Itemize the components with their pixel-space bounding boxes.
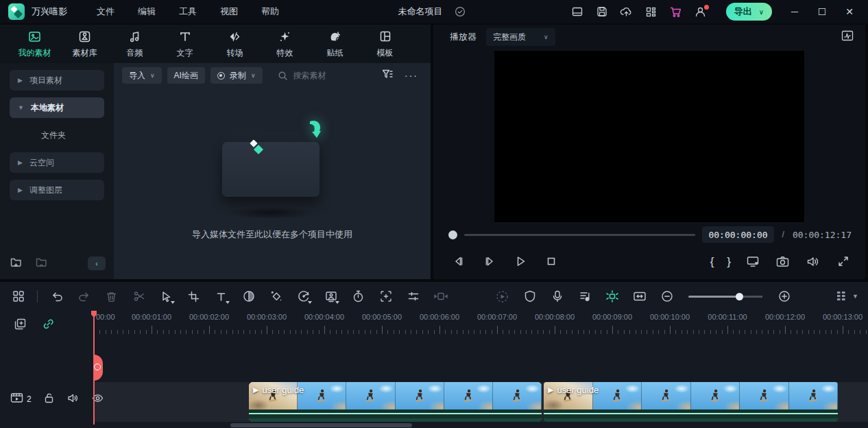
- cart-icon[interactable]: [666, 3, 686, 21]
- video-track-lane[interactable]: ▶user guide▶user guide: [93, 382, 868, 422]
- clip-thumbnail: [346, 382, 395, 409]
- record-button[interactable]: 录制 ∨: [210, 67, 263, 84]
- search-input[interactable]: [293, 71, 376, 80]
- sidebar-item-project-media[interactable]: ▶ 项目素材: [10, 70, 104, 91]
- sidebar-item-cloud-space[interactable]: ▶ 云空间: [10, 152, 104, 173]
- ai-paint-label: AI绘画: [174, 70, 198, 82]
- color-grading-button[interactable]: [240, 288, 257, 305]
- tab-stickers[interactable]: 贴纸: [310, 25, 360, 63]
- keyframe-button[interactable]: [267, 288, 285, 305]
- remove-folder-icon[interactable]: [35, 256, 48, 271]
- menu-view[interactable]: 视图: [208, 0, 250, 23]
- tab-my-media[interactable]: 我的素材: [10, 25, 60, 63]
- audio-mixer-button[interactable]: [576, 288, 593, 305]
- seek-handle[interactable]: [448, 230, 457, 239]
- close-button[interactable]: ✕: [838, 1, 861, 22]
- volume-button[interactable]: [804, 253, 821, 270]
- tab-stock-media[interactable]: 素材库: [60, 25, 110, 63]
- sidebar-item-local-media[interactable]: ▼ 本地素材: [10, 97, 104, 118]
- add-track-icon[interactable]: [14, 318, 27, 333]
- tab-templates[interactable]: 模板: [360, 25, 410, 63]
- horizontal-scrollbar[interactable]: [230, 423, 412, 427]
- workspace-grid-icon[interactable]: [641, 3, 662, 21]
- speed-button[interactable]: [295, 288, 312, 305]
- snapshot-button[interactable]: [774, 253, 791, 270]
- import-button[interactable]: 导入 ∨: [122, 67, 162, 84]
- next-frame-button[interactable]: [481, 253, 498, 270]
- account-icon[interactable]: [690, 3, 711, 21]
- app-logo-icon[interactable]: [8, 3, 25, 20]
- previous-frame-button[interactable]: [450, 253, 467, 270]
- zoom-slider-thumb[interactable]: [736, 293, 743, 300]
- delete-button[interactable]: [103, 288, 120, 305]
- seek-bar[interactable]: [464, 234, 695, 236]
- timeline-zoom-slider[interactable]: [688, 296, 762, 298]
- zoom-in-button[interactable]: [775, 288, 793, 305]
- portrait-cutout-button[interactable]: [322, 288, 339, 305]
- tab-audio[interactable]: 音频: [110, 25, 160, 63]
- render-preview-button[interactable]: [494, 288, 511, 305]
- crop-button[interactable]: [185, 288, 202, 305]
- export-button[interactable]: 导出 ∨: [726, 3, 772, 21]
- filter-icon[interactable]: [381, 69, 394, 82]
- trim-preview-button[interactable]: [432, 288, 449, 305]
- maximize-button[interactable]: ☐: [810, 1, 834, 22]
- auto-ripple-snap-button[interactable]: [603, 288, 620, 305]
- tab-effects[interactable]: 特效: [260, 25, 310, 63]
- export-chevron-icon[interactable]: ∨: [759, 8, 764, 16]
- stop-button[interactable]: [542, 253, 559, 270]
- import-empty-state[interactable]: 导入媒体文件至此以便在多个项目中使用: [114, 88, 431, 279]
- media-manager-icon[interactable]: [10, 288, 27, 305]
- tab-label: 音频: [127, 47, 143, 59]
- timeline-section: ▼ 00:0000:00:01:0000:00:02:0000:00:03:00…: [0, 282, 868, 428]
- select-tool-button[interactable]: [158, 288, 175, 305]
- adjust-properties-button[interactable]: [405, 288, 422, 305]
- play-button[interactable]: [511, 253, 529, 270]
- track-height-control[interactable]: ▼: [836, 290, 858, 302]
- upload-cloud-icon[interactable]: [616, 3, 637, 21]
- tab-transitions[interactable]: 转场: [210, 25, 260, 63]
- mark-out-button[interactable]: }: [727, 256, 731, 268]
- zoom-to-fit-button[interactable]: [631, 288, 648, 305]
- auto-link-icon[interactable]: [42, 318, 55, 333]
- menu-edit[interactable]: 编辑: [126, 0, 167, 23]
- collapse-sidebar-button[interactable]: ‹: [88, 257, 106, 270]
- add-folder-icon[interactable]: [10, 256, 23, 271]
- mute-track-icon[interactable]: [67, 392, 80, 407]
- panel-layout-icon[interactable]: [567, 3, 588, 21]
- clip-thumbnail: [396, 382, 444, 409]
- clip-thumbnail: [493, 382, 542, 409]
- lock-track-icon[interactable]: [43, 392, 55, 407]
- split-scissors-button[interactable]: [130, 288, 147, 305]
- scopes-icon[interactable]: [841, 29, 854, 45]
- voiceover-button[interactable]: [548, 288, 566, 305]
- menu-tools[interactable]: 工具: [167, 0, 208, 23]
- quality-select[interactable]: 完整画质 ∨: [486, 28, 555, 46]
- more-options-icon[interactable]: ···: [405, 70, 418, 81]
- timeline-ruler[interactable]: 00:0000:00:01:0000:00:02:0000:00:03:0000…: [93, 311, 868, 335]
- search-box[interactable]: [278, 71, 376, 81]
- sidebar-item-folder[interactable]: 文件夹: [10, 125, 104, 145]
- zoom-out-button[interactable]: [658, 288, 675, 305]
- fullscreen-button[interactable]: [834, 253, 852, 270]
- mark-in-button[interactable]: {: [710, 256, 714, 268]
- minimize-button[interactable]: ─: [783, 1, 806, 22]
- video-preview[interactable]: [494, 51, 804, 222]
- motion-tracking-button[interactable]: [377, 288, 394, 305]
- copyright-shield-button[interactable]: [521, 288, 538, 305]
- templates-icon: [378, 29, 392, 44]
- timeline-clip[interactable]: ▶user guide: [249, 382, 542, 422]
- save-icon[interactable]: [592, 3, 612, 21]
- menu-help[interactable]: 帮助: [250, 0, 291, 23]
- redo-button[interactable]: [75, 288, 93, 305]
- display-device-button[interactable]: [744, 253, 761, 270]
- stopwatch-button[interactable]: [350, 288, 367, 305]
- text-tool-button[interactable]: [213, 288, 230, 305]
- timeline-clip[interactable]: ▶user guide: [544, 382, 838, 422]
- timeline-tracks-area[interactable]: 00:0000:00:01:0000:00:02:0000:00:03:0000…: [93, 311, 868, 428]
- ai-paint-button[interactable]: AI绘画: [167, 67, 205, 84]
- undo-button[interactable]: [48, 288, 65, 305]
- tab-text[interactable]: 文字: [160, 25, 210, 63]
- sidebar-item-adjustment-layer[interactable]: ▶ 调整图层: [10, 180, 104, 200]
- menu-file[interactable]: 文件: [85, 0, 126, 23]
